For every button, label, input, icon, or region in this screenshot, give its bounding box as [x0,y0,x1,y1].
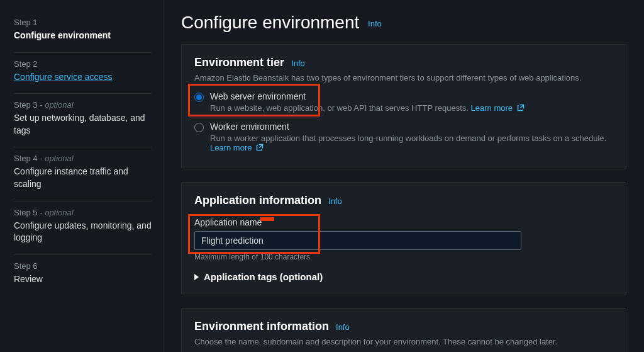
radio-label: Web server environment [210,91,306,101]
step-title-link[interactable]: Configure service access [14,71,152,84]
step-6[interactable]: Step 6 Review [14,255,152,296]
external-link-icon [256,144,264,151]
field-label: Application name [194,217,613,227]
application-information-panel: Application information Info Application… [181,182,626,295]
radio-option-web-server[interactable]: Web server environment Run a website, we… [194,91,613,113]
info-link[interactable]: Info [328,196,342,206]
info-link[interactable]: Info [368,19,382,28]
step-label: Step 4 - optional [14,154,152,163]
step-title: Configure updates, monitoring, and loggi… [14,220,152,244]
application-tags-toggle[interactable]: Application tags (optional) [194,271,613,282]
radio-label: Worker environment [210,122,289,132]
step-1[interactable]: Step 1 Configure environment [14,11,152,53]
external-link-icon [517,104,525,111]
step-3[interactable]: Step 3 - optional Set up networking, dat… [14,94,152,147]
section-description: Choose the name, subdomain and descripti… [194,337,613,346]
info-link[interactable]: Info [291,59,305,68]
wizard-sidebar: Step 1 Configure environment Step 2 Conf… [0,0,164,352]
caret-right-icon [194,274,199,280]
step-label: Step 3 - optional [14,100,152,110]
learn-more-link[interactable]: Learn more [210,143,264,152]
annotation-highlight [260,217,274,221]
section-description: Amazon Elastic Beanstalk has two types o… [194,73,613,82]
step-label: Step 2 [14,59,152,69]
radio-icon[interactable] [194,123,204,132]
radio-description: Run a website, web application, or web A… [210,103,613,113]
step-label: Step 1 [14,18,152,27]
step-label: Step 5 - optional [14,208,152,217]
field-hint: Maximum length of 100 characters. [194,253,613,261]
main-content: Configure environment Info Environment t… [164,0,644,352]
radio-icon[interactable] [194,93,204,102]
radio-description: Run a worker application that processes … [210,133,613,152]
step-2[interactable]: Step 2 Configure service access [14,53,152,94]
application-name-input[interactable] [194,231,521,250]
step-title: Configure instance traffic and scaling [14,166,152,190]
page-title: Configure environment Info [181,13,626,33]
info-link[interactable]: Info [336,322,350,332]
section-heading: Environment tier Info [194,56,613,69]
expand-label: Application tags (optional) [204,271,323,282]
section-heading: Application information Info [194,194,613,207]
radio-option-worker[interactable]: Worker environment Run a worker applicat… [194,122,613,152]
step-label: Step 6 [14,261,152,271]
section-heading: Environment information Info [194,320,613,333]
environment-tier-panel: Environment tier Info Amazon Elastic Bea… [181,44,626,169]
learn-more-link[interactable]: Learn more [471,103,525,113]
step-title: Set up networking, database, and tags [14,112,152,137]
step-title: Review [14,273,152,286]
step-5[interactable]: Step 5 - optional Configure updates, mon… [14,202,152,255]
step-4[interactable]: Step 4 - optional Configure instance tra… [14,147,152,201]
step-title: Configure environment [14,30,152,42]
environment-information-panel: Environment information Info Choose the … [181,308,626,352]
